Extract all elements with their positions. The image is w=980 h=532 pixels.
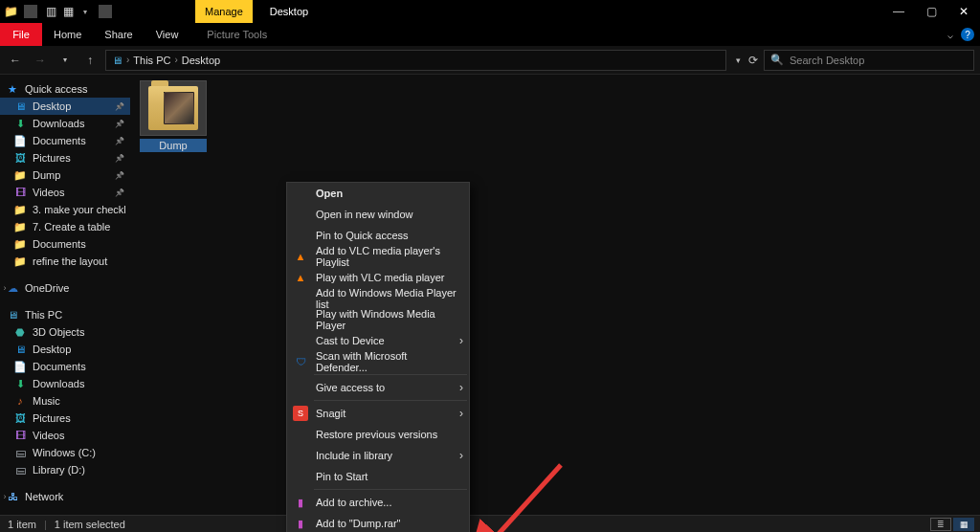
ribbon: File Home Share View Picture Tools ⌵ ? — [0, 23, 980, 46]
sidebar-item-quick-2[interactable]: 📄Documents — [0, 132, 130, 149]
ctx-defender-scan[interactable]: 🛡Scan with Microsoft Defender... — [287, 351, 469, 372]
address-bar[interactable]: 🖥 › This PC › Desktop — [105, 50, 726, 71]
home-tab[interactable]: Home — [42, 23, 93, 46]
folder-app-icon: 📁 — [4, 5, 17, 18]
pic-icon: 🖼 — [13, 151, 27, 165]
ctx-include-library[interactable]: Include in library› — [287, 445, 469, 466]
breadcrumb-root[interactable]: This PC — [133, 55, 170, 66]
ctx-vlc-add[interactable]: ▲Add to VLC media player's Playlist — [287, 246, 469, 267]
sidebar-network[interactable]: › 🖧 Network — [0, 488, 130, 505]
sidebar-item-quick-9[interactable]: 📁refine the layout — [0, 253, 130, 270]
sidebar-item-label: Library (D:) — [33, 464, 85, 476]
sidebar-item-label: 7. Create a table — [33, 221, 110, 233]
sidebar-item-quick-8[interactable]: 📁Documents — [0, 235, 130, 253]
down-icon: ⬇ — [13, 117, 27, 130]
sidebar-item-pc-1[interactable]: 🖥Desktop — [0, 341, 130, 358]
contextual-tab-manage[interactable]: Manage — [195, 0, 253, 23]
sidebar-item-label: Music — [33, 395, 60, 407]
navigation-pane[interactable]: ★ Quick access 🖥Desktop⬇Downloads📄Docume… — [0, 75, 130, 515]
back-button[interactable]: ← — [6, 51, 25, 70]
music-icon: ♪ — [13, 394, 27, 408]
qat-dropdown-icon[interactable]: ▾ — [78, 5, 92, 18]
sidebar-this-pc[interactable]: 🖥 This PC — [0, 306, 130, 323]
search-placeholder: Search Desktop — [790, 55, 864, 66]
refresh-button[interactable]: ⟳ — [748, 54, 758, 67]
help-icon[interactable]: ? — [961, 28, 974, 41]
sidebar-item-quick-5[interactable]: 🎞Videos — [0, 184, 130, 201]
close-button[interactable]: ✕ — [947, 0, 980, 23]
ctx-open-new-window[interactable]: Open in new window — [287, 204, 469, 225]
share-tab[interactable]: Share — [93, 23, 144, 46]
search-box[interactable]: 🔍 Search Desktop — [764, 50, 974, 71]
sidebar-onedrive[interactable]: › ☁ OneDrive — [0, 279, 130, 297]
folder-item-dump[interactable]: Dump — [140, 80, 207, 152]
shield-icon: 🛡 — [293, 354, 308, 369]
ctx-give-access[interactable]: Give access to› — [287, 377, 469, 398]
maximize-button[interactable]: ▢ — [915, 0, 947, 23]
pc-icon: 🖥 — [6, 308, 19, 321]
submenu-arrow-icon: › — [459, 381, 463, 394]
doc-icon: 📄 — [13, 360, 27, 373]
submenu-arrow-icon: › — [459, 334, 463, 347]
qat-properties-icon[interactable]: ▥ — [44, 5, 57, 18]
ctx-add-archive[interactable]: ▮Add to archive... — [287, 492, 469, 513]
sidebar-item-label: Documents — [33, 135, 86, 146]
folder-thumbnail — [140, 80, 207, 136]
sidebar-item-pc-5[interactable]: 🖼Pictures — [0, 410, 130, 427]
breadcrumb-current[interactable]: Desktop — [182, 55, 220, 66]
submenu-arrow-icon: › — [459, 407, 463, 420]
status-bar: 1 item | 1 item selected ≣ ▦ — [0, 515, 980, 532]
chevron-right-icon[interactable]: › — [0, 283, 10, 293]
ctx-snagit[interactable]: SSnagit› — [287, 403, 469, 424]
chevron-right-icon[interactable]: › — [0, 492, 10, 501]
separator: | — [44, 519, 47, 530]
file-list[interactable]: Dump Open Open in new window Pin to Quic… — [130, 75, 980, 515]
sidebar-item-quick-7[interactable]: 📁7. Create a table — [0, 218, 130, 235]
sidebar-item-quick-1[interactable]: ⬇Downloads — [0, 115, 130, 132]
sidebar-item-pc-2[interactable]: 📄Documents — [0, 358, 130, 375]
ctx-pin-quick-access[interactable]: Pin to Quick access — [287, 225, 469, 246]
ctx-wmp-play[interactable]: Play with Windows Media Player — [287, 309, 469, 330]
sidebar-item-label: Videos — [33, 430, 64, 441]
separator — [24, 5, 37, 18]
view-tab[interactable]: View — [145, 23, 190, 46]
sidebar-item-pc-6[interactable]: 🎞Videos — [0, 427, 130, 444]
sidebar-item-quick-0[interactable]: 🖥Desktop — [0, 98, 130, 115]
sidebar-item-label: Documents — [33, 238, 86, 250]
ctx-restore-versions[interactable]: Restore previous versions — [287, 424, 469, 445]
file-tab[interactable]: File — [0, 23, 42, 46]
fold-icon: 📁 — [13, 255, 27, 268]
sidebar-quick-access[interactable]: ★ Quick access — [0, 80, 130, 98]
sidebar-item-pc-8[interactable]: 🖴Library (D:) — [0, 461, 130, 478]
pic-icon: 🖼 — [13, 411, 27, 425]
sidebar-item-label: Desktop — [33, 100, 71, 112]
minimize-button[interactable]: — — [882, 0, 915, 23]
forward-button[interactable]: → — [31, 51, 50, 70]
recent-dropdown-icon[interactable]: ▾ — [56, 51, 75, 70]
sidebar-item-pc-4[interactable]: ♪Music — [0, 392, 130, 410]
ctx-open[interactable]: Open — [287, 183, 469, 204]
ctx-add-dump-rar[interactable]: ▮Add to "Dump.rar" — [287, 513, 469, 532]
sidebar-item-pc-3[interactable]: ⬇Downloads — [0, 375, 130, 392]
sidebar-item-pc-0[interactable]: ⬣3D Objects — [0, 323, 130, 341]
sidebar-item-quick-6[interactable]: 📁3. make your checkl — [0, 201, 130, 218]
sidebar-label: Quick access — [25, 83, 87, 95]
ctx-vlc-play[interactable]: ▲Play with VLC media player — [287, 267, 469, 288]
ctx-pin-start[interactable]: Pin to Start — [287, 466, 469, 487]
sidebar-item-quick-3[interactable]: 🖼Pictures — [0, 149, 130, 166]
desk-icon: 🖥 — [13, 343, 27, 356]
search-icon: 🔍 — [770, 54, 784, 66]
details-view-button[interactable]: ≣ — [930, 518, 951, 531]
sidebar-item-pc-7[interactable]: 🖴Windows (C:) — [0, 444, 130, 461]
thumbnails-view-button[interactable]: ▦ — [953, 518, 974, 531]
ctx-wmp-add[interactable]: Add to Windows Media Player list — [287, 288, 469, 309]
picture-tools-tab[interactable]: Picture Tools — [195, 23, 278, 46]
sidebar-item-quick-4[interactable]: 📁Dump — [0, 166, 130, 184]
qat-newfolder-icon[interactable]: ▦ — [61, 5, 75, 18]
chevron-right-icon: › — [126, 55, 129, 65]
ribbon-collapse-icon[interactable]: ⌵ — [947, 30, 953, 40]
address-dropdown-icon[interactable]: ▾ — [736, 55, 741, 65]
ctx-cast-to-device[interactable]: Cast to Device› — [287, 330, 469, 351]
up-button[interactable]: ↑ — [80, 51, 100, 70]
down-icon: ⬇ — [13, 377, 27, 390]
